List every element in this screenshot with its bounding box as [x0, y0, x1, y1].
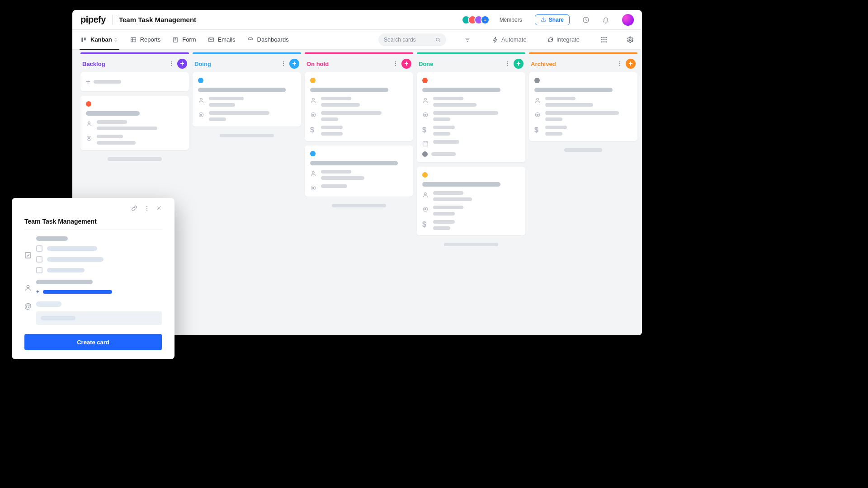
svg-point-32: [312, 98, 315, 100]
members-link[interactable]: Members: [500, 17, 522, 23]
card[interactable]: $: [529, 72, 637, 141]
member-avatars[interactable]: +: [464, 15, 490, 24]
svg-point-54: [146, 206, 147, 207]
integrate-label: Integrate: [557, 36, 580, 43]
checklist-item[interactable]: [36, 267, 162, 273]
search-input[interactable]: [378, 33, 446, 46]
column-title: Backlog: [82, 61, 165, 67]
calendar-icon: [422, 141, 429, 147]
user-icon: [86, 121, 92, 127]
radio-icon: [422, 112, 429, 118]
column-menu-icon[interactable]: [280, 61, 287, 67]
create-card-button[interactable]: Create card: [24, 334, 162, 350]
modal-title: Team Task Management: [24, 218, 162, 230]
svg-point-11: [604, 39, 605, 40]
label-dot: [422, 172, 428, 178]
column-add-button[interactable]: +: [289, 59, 299, 69]
card[interactable]: $: [417, 167, 525, 235]
svg-point-47: [425, 208, 426, 210]
close-icon[interactable]: [156, 205, 162, 211]
tab-emails[interactable]: Emails: [208, 30, 236, 49]
checklist-item[interactable]: [36, 256, 162, 263]
svg-point-23: [283, 61, 284, 62]
tab-form[interactable]: Form: [172, 30, 196, 49]
svg-point-40: [507, 65, 508, 66]
create-card-modal: Team Task Management + @ Create card: [12, 198, 175, 359]
user-avatar[interactable]: [622, 14, 634, 26]
automate-label: Automate: [501, 36, 527, 43]
svg-point-15: [605, 41, 607, 42]
card[interactable]: [80, 96, 189, 150]
card[interactable]: $: [417, 72, 525, 162]
form-icon: [172, 37, 179, 43]
svg-point-28: [200, 114, 202, 116]
plus-icon: +: [86, 78, 90, 86]
bolt-icon: [492, 37, 499, 43]
topbar: pipefy Team Task Management + Members Sh…: [72, 10, 642, 30]
checklist-icon: [24, 237, 32, 273]
link-icon[interactable]: [131, 205, 137, 211]
label-dot: [534, 78, 540, 83]
svg-rect-1: [81, 38, 83, 42]
column-footer: [332, 204, 386, 207]
share-button[interactable]: Share: [535, 14, 570, 25]
user-icon: [534, 97, 541, 103]
column-menu-icon[interactable]: [505, 61, 511, 67]
checklist-item[interactable]: [36, 245, 162, 252]
sync-icon: [547, 37, 554, 43]
card[interactable]: $: [305, 72, 413, 141]
column-menu-icon[interactable]: [168, 61, 175, 67]
svg-point-13: [601, 41, 603, 42]
column-footer: [108, 157, 162, 161]
svg-point-25: [283, 65, 284, 66]
user-icon: [422, 97, 429, 103]
sort-icon[interactable]: [113, 37, 118, 42]
card[interactable]: [305, 145, 413, 197]
svg-point-19: [171, 65, 172, 66]
tab-reports[interactable]: Reports: [130, 30, 161, 49]
plus-icon: +: [36, 289, 39, 295]
radio-icon: [534, 112, 541, 118]
user-icon: [422, 192, 429, 198]
mention-pill[interactable]: [36, 301, 61, 307]
avatar-more[interactable]: +: [481, 15, 490, 24]
integrate-button[interactable]: Integrate: [547, 36, 580, 43]
column-title: On hold: [307, 61, 390, 67]
search-field[interactable]: [384, 37, 432, 43]
quick-create-card[interactable]: +: [80, 72, 189, 91]
text-input[interactable]: [36, 311, 162, 325]
svg-rect-57: [25, 253, 31, 258]
column-add-button[interactable]: +: [401, 59, 411, 69]
apps-icon[interactable]: [600, 36, 608, 43]
card[interactable]: [193, 72, 301, 127]
column-add-button[interactable]: +: [177, 59, 187, 69]
share-icon: [541, 17, 546, 23]
radio-icon: [422, 206, 429, 212]
tab-dashboards[interactable]: Dashboards: [247, 30, 289, 49]
column-add-button[interactable]: +: [514, 59, 524, 69]
bell-icon[interactable]: [602, 16, 609, 23]
history-icon[interactable]: [582, 16, 590, 23]
column-menu-icon[interactable]: [392, 61, 399, 67]
column-add-button[interactable]: +: [626, 59, 636, 69]
automate-button[interactable]: Automate: [492, 36, 527, 43]
logo[interactable]: pipefy: [80, 14, 106, 25]
add-assignee[interactable]: +: [36, 289, 162, 295]
tab-label: Reports: [140, 36, 161, 43]
gear-icon[interactable]: [627, 36, 634, 43]
label-dot: [422, 78, 428, 83]
svg-point-10: [601, 39, 603, 40]
label-dot: [310, 151, 316, 156]
svg-point-50: [619, 65, 620, 66]
svg-point-35: [312, 171, 315, 174]
svg-point-53: [537, 114, 538, 116]
tab-kanban[interactable]: Kanban: [80, 30, 118, 49]
mention-icon: @: [24, 302, 32, 325]
column-menu-icon[interactable]: [617, 61, 623, 67]
gauge-icon: [247, 37, 254, 43]
more-icon[interactable]: [144, 205, 150, 211]
filter-icon[interactable]: [464, 37, 471, 43]
user-icon: [198, 97, 204, 103]
radio-icon: [198, 112, 204, 118]
dollar-icon: $: [422, 126, 429, 134]
